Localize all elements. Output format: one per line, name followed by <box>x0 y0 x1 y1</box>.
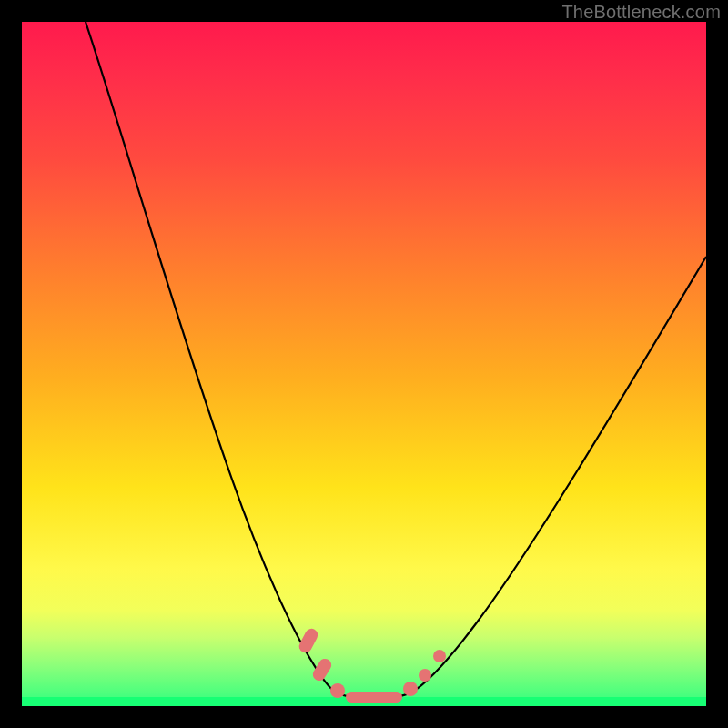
floor-bar <box>346 692 402 703</box>
marker-group <box>297 626 446 703</box>
curve-right-branch <box>411 257 706 693</box>
curve-left-branch <box>86 22 336 693</box>
right-lower-bead <box>419 669 431 682</box>
curve-svg <box>22 22 706 706</box>
right-upper-bead <box>433 650 446 662</box>
outer-frame: TheBottleneck.com <box>0 0 728 728</box>
floor-bead-2 <box>403 682 418 696</box>
plot-area <box>22 22 706 706</box>
floor-bead-1 <box>330 683 345 698</box>
svg-rect-1 <box>310 656 334 682</box>
watermark-text: TheBottleneck.com <box>561 2 721 23</box>
left-lower-bead <box>310 656 334 682</box>
